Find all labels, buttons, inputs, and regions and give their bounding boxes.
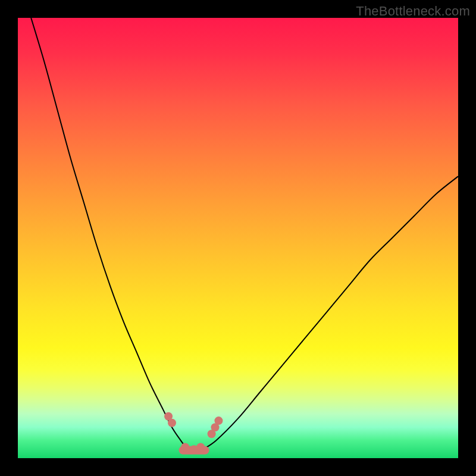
- outer-frame: TheBottleneck.com: [0, 0, 476, 476]
- plot-area: [18, 18, 458, 458]
- marker-dot: [168, 419, 176, 427]
- chart-svg: [18, 18, 458, 458]
- highlight-markers: [164, 412, 223, 454]
- right-curve: [203, 176, 458, 449]
- left-curve: [31, 18, 187, 449]
- watermark-text: TheBottleneck.com: [356, 4, 470, 19]
- marker-dot: [196, 443, 205, 452]
- marker-dot: [214, 416, 223, 425]
- marker-dot: [181, 443, 189, 452]
